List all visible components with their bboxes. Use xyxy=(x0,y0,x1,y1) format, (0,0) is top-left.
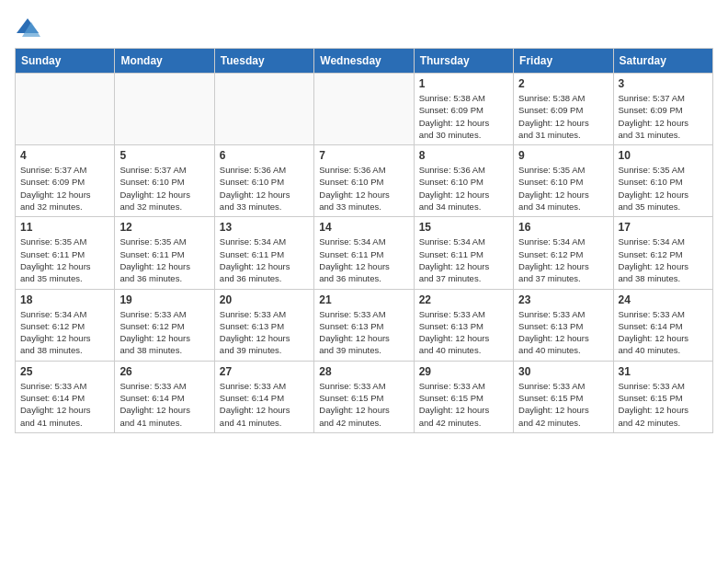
calendar-day-cell xyxy=(214,74,313,145)
calendar-week-row: 18Sunrise: 5:34 AM Sunset: 6:12 PM Dayli… xyxy=(16,289,713,361)
day-info: Sunrise: 5:34 AM Sunset: 6:11 PM Dayligh… xyxy=(419,236,508,284)
day-info: Sunrise: 5:33 AM Sunset: 6:13 PM Dayligh… xyxy=(518,308,608,357)
day-info: Sunrise: 5:38 AM Sunset: 6:09 PM Dayligh… xyxy=(518,92,608,141)
calendar-day-cell: 24Sunrise: 5:33 AM Sunset: 6:14 PM Dayli… xyxy=(613,289,712,361)
day-info: Sunrise: 5:38 AM Sunset: 6:09 PM Dayligh… xyxy=(419,92,508,141)
calendar-day-cell: 27Sunrise: 5:33 AM Sunset: 6:14 PM Dayli… xyxy=(214,361,313,432)
weekday-header: Sunday xyxy=(16,49,115,74)
calendar-day-cell: 2Sunrise: 5:38 AM Sunset: 6:09 PM Daylig… xyxy=(514,74,613,145)
day-info: Sunrise: 5:36 AM Sunset: 6:10 PM Dayligh… xyxy=(220,164,309,213)
calendar-day-cell: 29Sunrise: 5:33 AM Sunset: 6:15 PM Dayli… xyxy=(414,361,513,432)
day-number: 4 xyxy=(20,149,109,162)
page-header xyxy=(15,15,713,40)
calendar-day-cell: 25Sunrise: 5:33 AM Sunset: 6:14 PM Dayli… xyxy=(16,361,115,432)
day-number: 28 xyxy=(319,365,408,378)
calendar-day-cell: 3Sunrise: 5:37 AM Sunset: 6:09 PM Daylig… xyxy=(613,74,712,145)
day-info: Sunrise: 5:33 AM Sunset: 6:14 PM Dayligh… xyxy=(20,380,109,429)
day-info: Sunrise: 5:33 AM Sunset: 6:13 PM Dayligh… xyxy=(419,308,508,357)
day-info: Sunrise: 5:34 AM Sunset: 6:12 PM Dayligh… xyxy=(20,308,109,357)
calendar-table: SundayMondayTuesdayWednesdayThursdayFrid… xyxy=(15,48,713,433)
day-info: Sunrise: 5:33 AM Sunset: 6:15 PM Dayligh… xyxy=(319,380,408,429)
day-number: 1 xyxy=(419,77,508,90)
day-number: 13 xyxy=(220,221,309,234)
calendar-day-cell xyxy=(314,74,414,145)
calendar-day-cell: 1Sunrise: 5:38 AM Sunset: 6:09 PM Daylig… xyxy=(414,74,513,145)
logo xyxy=(15,15,44,40)
day-number: 26 xyxy=(119,365,209,378)
day-info: Sunrise: 5:33 AM Sunset: 6:14 PM Dayligh… xyxy=(119,380,209,429)
calendar-day-cell: 18Sunrise: 5:34 AM Sunset: 6:12 PM Dayli… xyxy=(16,289,115,361)
calendar-day-cell: 21Sunrise: 5:33 AM Sunset: 6:13 PM Dayli… xyxy=(314,289,414,361)
day-info: Sunrise: 5:33 AM Sunset: 6:13 PM Dayligh… xyxy=(220,308,309,357)
day-number: 6 xyxy=(220,149,309,162)
calendar-week-row: 4Sunrise: 5:37 AM Sunset: 6:09 PM Daylig… xyxy=(16,145,713,217)
day-number: 21 xyxy=(319,293,408,306)
day-number: 12 xyxy=(119,221,209,234)
day-info: Sunrise: 5:33 AM Sunset: 6:13 PM Dayligh… xyxy=(319,308,408,357)
day-number: 23 xyxy=(518,293,608,306)
day-number: 30 xyxy=(518,365,608,378)
weekday-header: Friday xyxy=(514,49,613,74)
day-info: Sunrise: 5:36 AM Sunset: 6:10 PM Dayligh… xyxy=(419,164,508,213)
calendar-day-cell xyxy=(16,74,115,145)
day-number: 31 xyxy=(619,365,708,378)
day-info: Sunrise: 5:34 AM Sunset: 6:11 PM Dayligh… xyxy=(220,236,309,284)
day-number: 2 xyxy=(518,77,608,90)
day-info: Sunrise: 5:35 AM Sunset: 6:10 PM Dayligh… xyxy=(518,164,608,213)
calendar-day-cell: 15Sunrise: 5:34 AM Sunset: 6:11 PM Dayli… xyxy=(414,217,513,289)
day-number: 27 xyxy=(220,365,309,378)
calendar-week-row: 25Sunrise: 5:33 AM Sunset: 6:14 PM Dayli… xyxy=(16,361,713,432)
weekday-header-row: SundayMondayTuesdayWednesdayThursdayFrid… xyxy=(16,49,713,74)
weekday-header: Wednesday xyxy=(314,49,414,74)
calendar-day-cell: 23Sunrise: 5:33 AM Sunset: 6:13 PM Dayli… xyxy=(514,289,613,361)
calendar-day-cell: 16Sunrise: 5:34 AM Sunset: 6:12 PM Dayli… xyxy=(514,217,613,289)
day-info: Sunrise: 5:34 AM Sunset: 6:12 PM Dayligh… xyxy=(518,236,608,284)
day-number: 22 xyxy=(419,293,508,306)
weekday-header: Tuesday xyxy=(214,49,313,74)
weekday-header: Saturday xyxy=(613,49,712,74)
calendar-day-cell: 13Sunrise: 5:34 AM Sunset: 6:11 PM Dayli… xyxy=(214,217,313,289)
day-info: Sunrise: 5:37 AM Sunset: 6:09 PM Dayligh… xyxy=(619,92,708,141)
day-info: Sunrise: 5:33 AM Sunset: 6:15 PM Dayligh… xyxy=(518,380,608,429)
calendar-day-cell: 4Sunrise: 5:37 AM Sunset: 6:09 PM Daylig… xyxy=(16,145,115,217)
calendar-day-cell: 5Sunrise: 5:37 AM Sunset: 6:10 PM Daylig… xyxy=(115,145,214,217)
day-info: Sunrise: 5:35 AM Sunset: 6:11 PM Dayligh… xyxy=(119,236,209,284)
calendar-day-cell: 28Sunrise: 5:33 AM Sunset: 6:15 PM Dayli… xyxy=(314,361,414,432)
day-number: 8 xyxy=(419,149,508,162)
day-number: 29 xyxy=(419,365,508,378)
day-info: Sunrise: 5:35 AM Sunset: 6:10 PM Dayligh… xyxy=(619,164,708,213)
day-number: 19 xyxy=(119,293,209,306)
day-info: Sunrise: 5:33 AM Sunset: 6:14 PM Dayligh… xyxy=(619,308,708,357)
day-number: 5 xyxy=(119,149,209,162)
day-info: Sunrise: 5:33 AM Sunset: 6:14 PM Dayligh… xyxy=(220,380,309,429)
day-number: 3 xyxy=(619,77,708,90)
day-number: 16 xyxy=(518,221,608,234)
calendar-day-cell: 31Sunrise: 5:33 AM Sunset: 6:15 PM Dayli… xyxy=(613,361,712,432)
day-number: 10 xyxy=(619,149,708,162)
day-number: 7 xyxy=(319,149,408,162)
calendar-day-cell xyxy=(115,74,214,145)
calendar-day-cell: 9Sunrise: 5:35 AM Sunset: 6:10 PM Daylig… xyxy=(514,145,613,217)
weekday-header: Thursday xyxy=(414,49,513,74)
day-info: Sunrise: 5:34 AM Sunset: 6:12 PM Dayligh… xyxy=(619,236,708,284)
day-info: Sunrise: 5:33 AM Sunset: 6:12 PM Dayligh… xyxy=(119,308,209,357)
calendar-day-cell: 30Sunrise: 5:33 AM Sunset: 6:15 PM Dayli… xyxy=(514,361,613,432)
day-info: Sunrise: 5:36 AM Sunset: 6:10 PM Dayligh… xyxy=(319,164,408,213)
day-info: Sunrise: 5:34 AM Sunset: 6:11 PM Dayligh… xyxy=(319,236,408,284)
day-number: 9 xyxy=(518,149,608,162)
day-info: Sunrise: 5:35 AM Sunset: 6:11 PM Dayligh… xyxy=(20,236,109,284)
calendar-day-cell: 14Sunrise: 5:34 AM Sunset: 6:11 PM Dayli… xyxy=(314,217,414,289)
calendar-day-cell: 11Sunrise: 5:35 AM Sunset: 6:11 PM Dayli… xyxy=(16,217,115,289)
calendar-day-cell: 19Sunrise: 5:33 AM Sunset: 6:12 PM Dayli… xyxy=(115,289,214,361)
calendar-week-row: 11Sunrise: 5:35 AM Sunset: 6:11 PM Dayli… xyxy=(16,217,713,289)
calendar-day-cell: 12Sunrise: 5:35 AM Sunset: 6:11 PM Dayli… xyxy=(115,217,214,289)
logo-icon xyxy=(15,15,40,40)
day-number: 25 xyxy=(20,365,109,378)
calendar-day-cell: 7Sunrise: 5:36 AM Sunset: 6:10 PM Daylig… xyxy=(314,145,414,217)
day-info: Sunrise: 5:37 AM Sunset: 6:09 PM Dayligh… xyxy=(20,164,109,213)
day-number: 14 xyxy=(319,221,408,234)
calendar-day-cell: 26Sunrise: 5:33 AM Sunset: 6:14 PM Dayli… xyxy=(115,361,214,432)
calendar-week-row: 1Sunrise: 5:38 AM Sunset: 6:09 PM Daylig… xyxy=(16,74,713,145)
calendar-day-cell: 8Sunrise: 5:36 AM Sunset: 6:10 PM Daylig… xyxy=(414,145,513,217)
calendar-day-cell: 22Sunrise: 5:33 AM Sunset: 6:13 PM Dayli… xyxy=(414,289,513,361)
